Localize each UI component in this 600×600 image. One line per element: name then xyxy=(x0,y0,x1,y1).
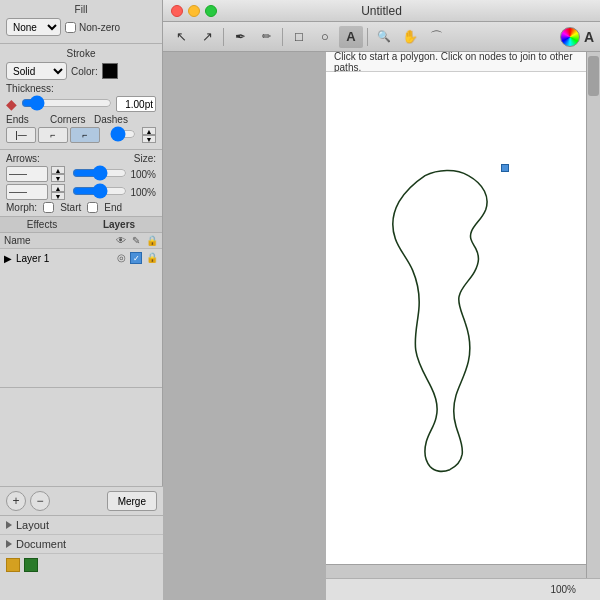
title-bar: Untitled xyxy=(163,0,600,22)
morph-end-checkbox[interactable] xyxy=(87,202,98,213)
color-label: Color: xyxy=(71,66,98,77)
arrow-end-up[interactable]: ▲ xyxy=(51,184,65,192)
layer-1-row[interactable]: ▶ Layer 1 ◎ ✓ 🔒 xyxy=(0,249,162,267)
layer-1-name: Layer 1 xyxy=(16,253,113,264)
arrows-section: Arrows: Size: —— ▲ ▼ 100% —— ▲ ▼ 100% xyxy=(0,150,162,217)
thickness-slider[interactable] xyxy=(21,97,112,109)
rect-tool-button[interactable]: □ xyxy=(287,26,311,48)
effects-layers-tabs: Effects Layers xyxy=(0,217,162,233)
fill-header: Fill xyxy=(6,4,156,15)
ends-btn-3[interactable]: ⌐ xyxy=(70,127,100,143)
add-layer-button[interactable]: + xyxy=(6,491,26,511)
layers-name-col: Name xyxy=(4,235,112,246)
layer-1-visible-check[interactable]: ✓ xyxy=(130,252,142,264)
right-tools: A xyxy=(560,27,594,47)
green-color-box[interactable] xyxy=(24,558,38,572)
layers-tab[interactable]: Layers xyxy=(103,219,135,230)
arrow-tool-button[interactable]: ↖ xyxy=(169,26,193,48)
dashes-stepper[interactable]: ▲ ▼ xyxy=(142,127,156,143)
arrow-start-select[interactable]: —— xyxy=(6,166,48,182)
merge-button[interactable]: Merge xyxy=(107,491,157,511)
ends-buttons: |— ⌐ ⌐ xyxy=(6,127,100,143)
dashes-label: Dashes xyxy=(94,114,132,125)
instruction-bar: Click to start a polygon. Click on nodes… xyxy=(326,52,586,72)
morph-label: Morph: xyxy=(6,202,37,213)
non-zero-row: Non-zero xyxy=(65,22,120,33)
non-zero-checkbox[interactable] xyxy=(65,22,76,33)
ends-btn-1[interactable]: |— xyxy=(6,127,36,143)
morph-row: Morph: Start End xyxy=(6,202,156,213)
canvas-area[interactable] xyxy=(326,72,586,564)
text-tool-button[interactable]: A xyxy=(339,26,363,48)
minimize-button[interactable] xyxy=(188,5,200,17)
corners-label: Corners xyxy=(50,114,88,125)
document-tab-label: Document xyxy=(16,538,66,550)
vertical-scroll-thumb[interactable] xyxy=(588,56,599,96)
bottom-tabs-section: Layout Document xyxy=(0,515,163,600)
ellipse-tool-button[interactable]: ○ xyxy=(313,26,337,48)
document-expand-icon xyxy=(6,540,12,548)
layout-tab[interactable]: Layout xyxy=(0,516,163,535)
left-panel: Fill None Solid Linear Radial Non-zero S… xyxy=(0,0,163,600)
stroke-section: Stroke Solid Dashed Color: Thickness: ◆ … xyxy=(0,44,162,150)
hand-tool-button[interactable]: ✋ xyxy=(398,26,422,48)
layer-1-target-icon[interactable]: ◎ xyxy=(117,252,126,264)
arrow-start-up[interactable]: ▲ xyxy=(51,166,65,174)
arrow-start-stepper[interactable]: ▲ ▼ xyxy=(51,166,65,182)
font-panel-button[interactable]: A xyxy=(584,29,594,45)
thickness-input[interactable] xyxy=(116,96,156,112)
node-tool-button[interactable]: ↗ xyxy=(195,26,219,48)
arrow-end-stepper[interactable]: ▲ ▼ xyxy=(51,184,65,200)
layer-1-lock-icon[interactable]: 🔒 xyxy=(146,252,158,264)
thickness-diamond-icon: ◆ xyxy=(6,96,17,112)
layers-eye-icon: 👁 xyxy=(116,235,126,246)
path-node[interactable] xyxy=(501,164,509,172)
thickness-row: Thickness: xyxy=(6,83,156,94)
main-area: Untitled ↖ ↗ ✒ ✏ □ ○ A 🔍 ✋ ⌒ A Click to … xyxy=(163,0,600,600)
arrow-size1-slider[interactable] xyxy=(72,167,127,179)
fill-type-select[interactable]: None Solid Linear Radial xyxy=(6,18,61,36)
arrow-end-down[interactable]: ▼ xyxy=(51,192,65,200)
morph-start-checkbox[interactable] xyxy=(43,202,54,213)
traffic-lights xyxy=(171,5,217,17)
pen-tool-button[interactable]: ✒ xyxy=(228,26,252,48)
close-button[interactable] xyxy=(171,5,183,17)
bezier-tool-button[interactable]: ⌒ xyxy=(424,26,448,48)
pencil-tool-button[interactable]: ✏ xyxy=(254,26,278,48)
arrow-start-down[interactable]: ▼ xyxy=(51,174,65,182)
color-wheel-button[interactable] xyxy=(560,27,580,47)
layer-expand-icon[interactable]: ▶ xyxy=(4,253,12,264)
stroke-header: Stroke xyxy=(6,48,156,59)
zoom-tool-button[interactable]: 🔍 xyxy=(372,26,396,48)
effects-tab[interactable]: Effects xyxy=(27,219,57,230)
stroke-color-swatch[interactable] xyxy=(102,63,118,79)
layer-content-area xyxy=(0,267,162,387)
arrow-size1-container xyxy=(72,167,127,181)
horizontal-scrollbar[interactable] xyxy=(326,564,586,578)
morph-end-label: End xyxy=(104,202,122,213)
arrows-label: Arrows: xyxy=(6,153,40,164)
remove-layer-button[interactable]: − xyxy=(30,491,50,511)
non-zero-label: Non-zero xyxy=(79,22,120,33)
layer-1-icons: ◎ ✓ 🔒 xyxy=(117,252,158,264)
dashes-up-btn[interactable]: ▲ xyxy=(142,127,156,135)
layers-edit-icon: ✎ xyxy=(132,235,140,246)
zoom-display: 100% xyxy=(550,584,576,595)
color-boxes xyxy=(0,554,163,576)
vertical-scrollbar[interactable] xyxy=(586,52,600,578)
arrow-end-select[interactable]: —— xyxy=(6,184,48,200)
yellow-color-box[interactable] xyxy=(6,558,20,572)
document-tab[interactable]: Document xyxy=(0,535,163,554)
arrow-size2-value: 100% xyxy=(130,187,156,198)
maximize-button[interactable] xyxy=(205,5,217,17)
dashes-down-btn[interactable]: ▼ xyxy=(142,135,156,143)
ends-btn-2[interactable]: ⌐ xyxy=(38,127,68,143)
size-label: Size: xyxy=(134,153,156,164)
dashes-slider[interactable] xyxy=(110,128,136,140)
stroke-type-select[interactable]: Solid Dashed xyxy=(6,62,67,80)
effects-layers-section: Effects Layers Name 👁 ✎ 🔒 ▶ Layer 1 ◎ ✓ … xyxy=(0,217,162,388)
instruction-text: Click to start a polygon. Click on nodes… xyxy=(334,51,578,73)
arrow-size2-slider[interactable] xyxy=(72,185,127,197)
toolbar-separator-3 xyxy=(367,28,368,46)
toolbar: ↖ ↗ ✒ ✏ □ ○ A 🔍 ✋ ⌒ A xyxy=(163,22,600,52)
